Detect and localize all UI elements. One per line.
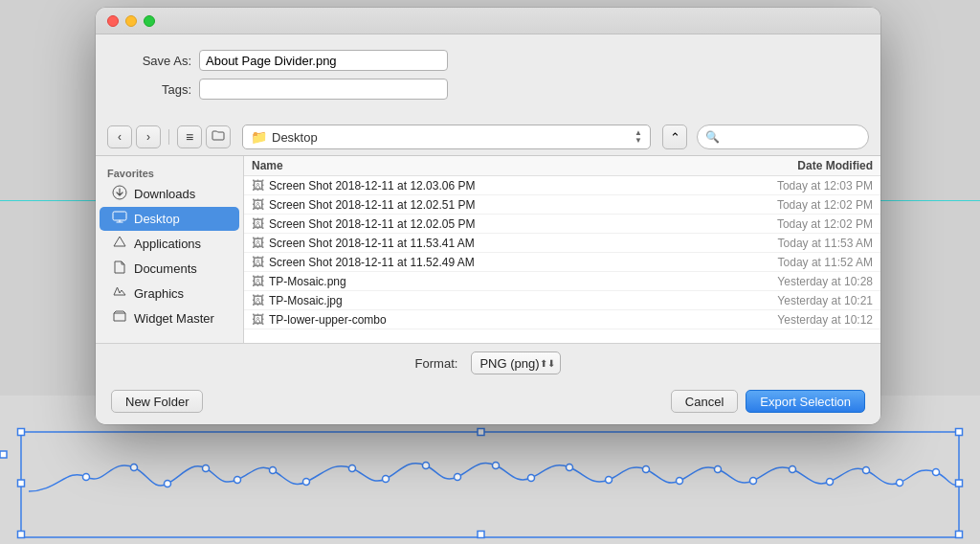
sidebar-section-title: Favorites bbox=[96, 164, 243, 181]
sidebar-item-graphics[interactable]: Graphics bbox=[100, 282, 239, 306]
svg-rect-31 bbox=[956, 480, 963, 487]
minimize-button[interactable] bbox=[125, 15, 137, 27]
file-name: Screen Shot 2018-12-11 at 12.03.06 PM bbox=[269, 179, 710, 193]
tags-row: Tags: bbox=[115, 79, 861, 100]
file-name: Screen Shot 2018-12-11 at 12.02.51 PM bbox=[269, 198, 710, 212]
file-row[interactable]: 🖼 TP-lower-upper-combo Yesterday at 10:1… bbox=[244, 310, 880, 329]
svg-point-21 bbox=[827, 479, 834, 486]
graphics-icon bbox=[111, 284, 128, 303]
save-dialog: Save As: Tags: ‹ › ≡ 📁 bbox=[96, 8, 880, 424]
location-arrows: ▲ ▼ bbox=[635, 129, 642, 145]
file-row[interactable]: 🖼 Screen Shot 2018-12-11 at 12.02.51 PM … bbox=[244, 195, 880, 215]
export-button[interactable]: Export Selection bbox=[746, 390, 865, 413]
file-row[interactable]: 🖼 TP-Mosaic.png Yesterday at 10:28 bbox=[244, 272, 880, 291]
svg-rect-34 bbox=[956, 532, 963, 538]
file-icon: 🖼 bbox=[252, 178, 264, 193]
file-row[interactable]: 🖼 TP-Mosaic.jpg Yesterday at 10:21 bbox=[244, 291, 880, 310]
svg-point-12 bbox=[493, 463, 500, 469]
applications-icon bbox=[111, 235, 128, 253]
svg-point-7 bbox=[303, 479, 310, 486]
svg-rect-28 bbox=[478, 429, 484, 436]
search-box[interactable]: 🔍 bbox=[697, 125, 869, 149]
file-date: Today at 11:52 AM bbox=[710, 256, 873, 269]
file-icon: 🖼 bbox=[252, 255, 264, 269]
forward-icon: › bbox=[146, 130, 150, 144]
sidebar-label-applications: Applications bbox=[134, 237, 201, 251]
svg-rect-26 bbox=[21, 432, 959, 537]
tags-label: Tags: bbox=[115, 82, 191, 97]
file-date: Yesterday at 10:28 bbox=[710, 275, 873, 288]
sidebar-item-applications[interactable]: Applications bbox=[100, 232, 239, 256]
tags-input[interactable] bbox=[199, 79, 448, 100]
svg-point-24 bbox=[933, 469, 940, 476]
file-name: Screen Shot 2018-12-11 at 11.52.49 AM bbox=[269, 256, 710, 269]
back-button[interactable]: ‹ bbox=[107, 125, 132, 148]
search-input[interactable] bbox=[724, 130, 867, 144]
sidebar: Favorites Downloads Desktop bbox=[96, 156, 244, 343]
title-bar bbox=[96, 8, 880, 34]
format-select[interactable]: PNG (png) JPEG (jpg) TIFF (tiff) PDF bbox=[471, 351, 561, 374]
col-name-header: Name bbox=[252, 159, 710, 172]
file-name: Screen Shot 2018-12-11 at 11.53.41 AM bbox=[269, 237, 710, 250]
file-list-header: Name Date Modified bbox=[244, 156, 880, 176]
sidebar-label-widget-master: Widget Master bbox=[134, 311, 214, 326]
file-icon: 🖼 bbox=[252, 274, 264, 288]
file-row[interactable]: 🖼 Screen Shot 2018-12-11 at 11.53.41 AM … bbox=[244, 234, 880, 253]
svg-rect-27 bbox=[18, 429, 25, 436]
collapse-icon: ⌃ bbox=[670, 130, 680, 145]
file-row[interactable]: 🖼 Screen Shot 2018-12-11 at 12.03.06 PM … bbox=[244, 176, 880, 195]
sidebar-label-documents: Documents bbox=[134, 261, 197, 276]
location-content: 📁 Desktop bbox=[251, 129, 318, 145]
file-name: TP-Mosaic.png bbox=[269, 275, 710, 288]
format-bar: Format: PNG (png) JPEG (jpg) TIFF (tiff)… bbox=[96, 343, 880, 382]
file-icon: 🖼 bbox=[252, 293, 264, 307]
svg-point-16 bbox=[643, 466, 650, 473]
sidebar-label-downloads: Downloads bbox=[134, 187, 195, 201]
svg-point-4 bbox=[203, 465, 210, 472]
view-button[interactable]: ≡ bbox=[177, 125, 202, 148]
location-label: Desktop bbox=[272, 130, 318, 145]
sidebar-item-documents[interactable]: Documents bbox=[100, 257, 239, 281]
close-button[interactable] bbox=[107, 15, 119, 27]
forward-button[interactable]: › bbox=[136, 125, 161, 148]
save-as-input[interactable] bbox=[199, 50, 448, 71]
right-buttons: Cancel Export Selection bbox=[671, 390, 865, 413]
collapse-button[interactable]: ⌃ bbox=[662, 125, 687, 149]
svg-rect-29 bbox=[956, 429, 963, 436]
file-name: Screen Shot 2018-12-11 at 12.02.05 PM bbox=[269, 217, 710, 231]
sidebar-item-widget-master[interactable]: Widget Master bbox=[100, 306, 239, 330]
svg-point-15 bbox=[606, 477, 612, 484]
sidebar-item-desktop[interactable]: Desktop bbox=[100, 207, 239, 231]
new-folder-button[interactable]: New Folder bbox=[111, 390, 203, 413]
traffic-lights bbox=[107, 15, 155, 27]
file-name: TP-lower-upper-combo bbox=[269, 313, 710, 327]
file-row[interactable]: 🖼 Screen Shot 2018-12-11 at 12.02.05 PM … bbox=[244, 215, 880, 234]
file-date: Today at 12:02 PM bbox=[710, 198, 873, 212]
file-icon: 🖼 bbox=[252, 197, 264, 212]
form-area: Save As: Tags: bbox=[96, 34, 880, 119]
file-list: Name Date Modified 🖼 Screen Shot 2018-12… bbox=[244, 156, 880, 343]
svg-point-8 bbox=[349, 465, 356, 472]
arrow-down-icon: ▼ bbox=[635, 137, 642, 145]
content-area: Favorites Downloads Desktop bbox=[96, 156, 880, 343]
file-date: Yesterday at 10:21 bbox=[710, 294, 873, 307]
maximize-button[interactable] bbox=[144, 15, 155, 27]
col-date-header: Date Modified bbox=[710, 159, 873, 172]
format-select-wrapper[interactable]: PNG (png) JPEG (jpg) TIFF (tiff) PDF ⬆⬇ bbox=[471, 351, 561, 374]
new-folder-toolbar-button[interactable] bbox=[206, 125, 231, 148]
svg-point-11 bbox=[455, 474, 461, 481]
location-bar[interactable]: 📁 Desktop ▲ ▼ bbox=[242, 125, 651, 149]
svg-point-1 bbox=[83, 474, 90, 481]
file-date: Today at 12:03 PM bbox=[710, 179, 873, 193]
svg-rect-36 bbox=[113, 212, 126, 220]
svg-rect-33 bbox=[478, 532, 484, 538]
svg-point-9 bbox=[383, 476, 390, 483]
documents-icon bbox=[111, 260, 128, 278]
file-date: Today at 11:53 AM bbox=[710, 237, 873, 250]
file-row[interactable]: 🖼 Screen Shot 2018-12-11 at 11.52.49 AM … bbox=[244, 253, 880, 272]
sidebar-item-downloads[interactable]: Downloads bbox=[100, 182, 239, 206]
svg-rect-30 bbox=[18, 480, 25, 487]
svg-point-23 bbox=[897, 480, 903, 487]
cancel-button[interactable]: Cancel bbox=[671, 390, 738, 413]
svg-rect-32 bbox=[18, 532, 25, 538]
